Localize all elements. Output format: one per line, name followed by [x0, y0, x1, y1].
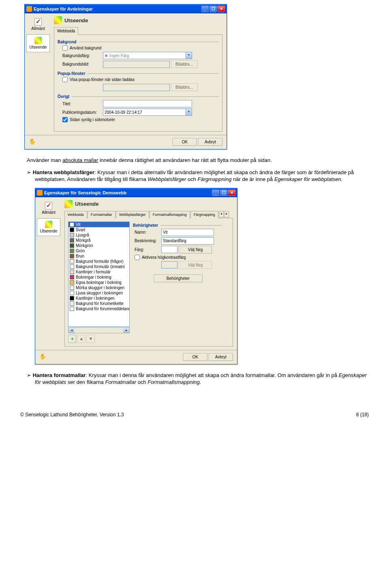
close-button[interactable]: ✕	[218, 6, 225, 12]
scroll-right-button[interactable]: ▸	[123, 328, 129, 333]
nav-label: Allmänt	[31, 26, 45, 31]
ok-button[interactable]: OK	[183, 353, 207, 361]
input-titel[interactable]	[103, 100, 192, 107]
checkbox[interactable]	[62, 77, 68, 82]
chk-sokmotor[interactable]: Sidan synlig i sökmotorer	[62, 117, 219, 122]
tab-fargmapping[interactable]: Färgmapping	[190, 211, 218, 218]
input-bakgrundsbild[interactable]	[103, 61, 170, 68]
color-swatch	[70, 270, 74, 274]
down-button[interactable]: ▼	[87, 335, 95, 343]
titlebar[interactable]: Egenskaper för Senselogic Demowebb _ ☐ ✕	[35, 188, 237, 197]
behörigheter-button[interactable]: Behörigheter	[154, 275, 203, 282]
minimize-button[interactable]: _	[212, 190, 219, 196]
brush-icon	[54, 16, 62, 24]
dialog-footer: OK Avbryt	[35, 350, 237, 364]
color-list-item[interactable]: Bokningar i bokning	[68, 275, 129, 280]
color-list-item[interactable]: Brun	[68, 254, 129, 259]
scroll-track[interactable]	[75, 328, 123, 333]
color-list-item[interactable]: Svart	[68, 227, 129, 232]
minimize-button[interactable]: _	[201, 6, 209, 12]
label: Beskrivning:	[135, 239, 161, 243]
group-ovrigt: Övrigt	[58, 94, 219, 99]
window-buttons: _ ☐ ✕	[212, 190, 235, 196]
tab-webbsida[interactable]: Webbsida	[64, 211, 87, 218]
color-list-item[interactable]: Ljusgrå	[68, 232, 129, 238]
help-hand-icon[interactable]	[39, 353, 47, 361]
valj-farg-button-disabled: Välj färg	[179, 261, 212, 269]
chevron-down-icon[interactable]: ▾	[186, 109, 192, 115]
valj-farg-button[interactable]: Välj färg	[179, 246, 212, 254]
input-popup[interactable]	[103, 84, 170, 91]
checkbox[interactable]	[135, 255, 140, 260]
tab-webbplatsfarger[interactable]: Webbplatsfärger	[116, 211, 149, 218]
chevron-down-icon[interactable]: ▾	[186, 52, 192, 59]
close-button[interactable]: ✕	[228, 190, 235, 196]
nav-allmant[interactable]: Allmänt	[37, 200, 60, 217]
scroll-left-button[interactable]: ◂	[68, 328, 75, 333]
color-list-item[interactable]: Mörkgrön	[68, 243, 129, 248]
color-list-item[interactable]: Mörka skuggor i bokningen	[68, 285, 129, 290]
tab-scroll-left[interactable]: ◂	[219, 211, 224, 217]
color-list-item[interactable]: Grön	[68, 248, 129, 254]
chk-visa-popup[interactable]: Visa popup-fönster när sidan laddas	[62, 77, 219, 82]
tab-formatmallar[interactable]: Formatmallar	[88, 211, 115, 218]
color-list-item[interactable]: Bakgrund formulär (frågor)	[68, 259, 129, 264]
up-button[interactable]: ▲	[77, 335, 85, 343]
input-namn[interactable]	[161, 229, 214, 236]
color-label: Vit	[76, 222, 81, 227]
hscrollbar[interactable]: ◂ ▸	[68, 327, 130, 333]
color-list-item[interactable]: Bakgrund formulär (inmatni	[68, 264, 129, 269]
main-pane: Utseende Webbsida Formatmallar Webbplats…	[62, 197, 237, 350]
ok-button[interactable]: OK	[173, 138, 197, 146]
color-list-item[interactable]: Egna bokningar i bokning	[68, 280, 129, 285]
checkbox[interactable]	[62, 117, 68, 122]
titlebar[interactable]: Egenskaper för Avdelningar _ ☐ ✕	[25, 4, 227, 13]
tab-webbsida[interactable]: Webbsida	[54, 27, 78, 35]
nav-utseende[interactable]: Utseende	[26, 34, 50, 52]
avbryt-button[interactable]: Avbryt	[209, 353, 233, 361]
bullet-paragraph: Hantera formatmallar: Kryssar man i denn…	[35, 372, 369, 386]
color-list-item[interactable]: Mörkgrå	[68, 238, 129, 243]
color-list-item[interactable]: Bakgrund för forummeddelanden	[68, 306, 129, 311]
color-list-item[interactable]: Vit	[68, 222, 129, 227]
maximize-button[interactable]: ☐	[209, 6, 217, 12]
color-swatch	[70, 222, 74, 227]
tab-scroll-right[interactable]: ▸	[224, 211, 229, 217]
dropdown-bakgrundsfarg[interactable]: Ingen Färg ▾	[103, 52, 192, 59]
input-beskr[interactable]	[161, 237, 214, 245]
nav-utseende[interactable]: Utseende	[37, 218, 60, 236]
color-list-item[interactable]: Kantlinjer i formulär	[68, 269, 129, 275]
color-list[interactable]: VitSvartLjusgråMörkgråMörkgrönGrönBrunBa…	[68, 222, 130, 327]
label: Titel:	[62, 102, 103, 106]
lead: Hantera formatmallar	[33, 372, 86, 378]
color-swatch	[70, 259, 74, 264]
list-buttons: ＋ ▲ ▼	[68, 335, 130, 343]
color-label: Ljusa skuggor i bokningen	[76, 291, 123, 295]
pane-header: Utseende	[54, 16, 222, 24]
lead: Hantera webbplatsfärger	[33, 169, 94, 175]
main-pane: Utseende Webbsida Bakgrund Använd bakgru…	[51, 13, 227, 135]
row-pubdatum: Publiceringsdatum: 2004-10-09 22:14:17 ▾	[62, 109, 219, 116]
row-namn: Namn:	[135, 229, 222, 236]
checkbox[interactable]	[62, 45, 68, 51]
color-label: Bakgrund för forumetikette	[76, 301, 124, 306]
row-popup-path: Bläddra…	[62, 83, 219, 91]
help-hand-icon[interactable]	[29, 138, 37, 146]
group-behörigheter: Behörigheter	[133, 223, 222, 228]
maximize-button[interactable]: ☐	[220, 190, 227, 196]
dropdown-value: Ingen Färg	[103, 53, 186, 58]
avbryt-button[interactable]: Avbryt	[198, 138, 222, 146]
bladdra-button[interactable]: Bläddra…	[171, 83, 198, 91]
chk-anvand-bakgrund[interactable]: Använd bakgrund	[62, 45, 219, 51]
nav-allmant[interactable]: Allmänt	[26, 16, 50, 34]
tab-formatmallsmapping[interactable]: Formatmallsmapping	[150, 211, 190, 218]
color-list-item[interactable]: Ljusa skuggor i bokningen	[68, 290, 129, 296]
underlined-text: absoluta mallar	[62, 157, 98, 163]
color-list-item[interactable]: Bakgrund för forumetikette	[68, 301, 129, 306]
chk-aktivera[interactable]: Aktivera högkontrastfärg	[135, 255, 222, 260]
color-list-item[interactable]: Kantlinjer i bokningen	[68, 296, 129, 301]
add-button[interactable]: ＋	[68, 335, 76, 343]
bladdra-button[interactable]: Bläddra…	[171, 60, 198, 68]
color-swatch	[70, 280, 74, 285]
dropdown-pubdatum[interactable]: 2004-10-09 22:14:17 ▾	[103, 109, 192, 116]
